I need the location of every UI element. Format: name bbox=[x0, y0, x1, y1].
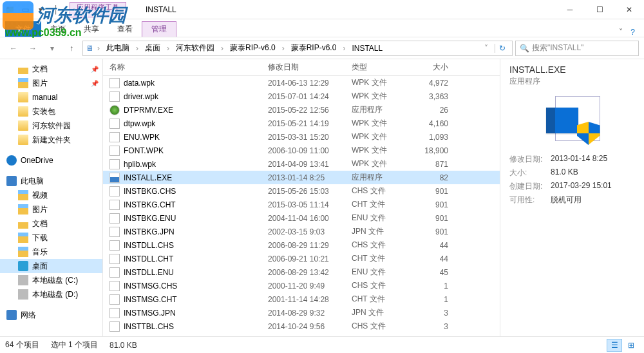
file-date: 2004-11-04 16:00 bbox=[268, 214, 352, 223]
up-button[interactable]: ↑ bbox=[63, 40, 80, 57]
chevron-right-icon[interactable]: › bbox=[220, 44, 225, 53]
tree-item[interactable]: manual bbox=[0, 90, 102, 104]
tree-item[interactable]: 文档 bbox=[0, 216, 102, 231]
column-size[interactable]: 大小 bbox=[415, 62, 455, 73]
navigation-tree: 文档📌图片📌manual安装包河东软件园新建文件夹OneDrive此电脑视频图片… bbox=[0, 59, 103, 336]
breadcrumb-folder[interactable]: 河东软件园 bbox=[173, 43, 217, 53]
file-icon bbox=[109, 159, 120, 169]
tree-item[interactable]: 安装包 bbox=[0, 104, 102, 119]
file-row[interactable]: INSTBKG.CHT2015-03-05 11:14CHT 文件901 bbox=[103, 198, 500, 211]
tree-item[interactable]: 文档📌 bbox=[0, 62, 102, 76]
onedrive-icon-icon bbox=[6, 155, 17, 166]
tree-item[interactable]: 图片 bbox=[0, 202, 102, 216]
file-row[interactable]: INSTDLL.CHT2006-09-21 10:21CHT 文件44 bbox=[103, 252, 500, 265]
file-row[interactable]: INSTALL.EXE2013-01-14 8:25应用程序82 bbox=[103, 171, 500, 184]
help-icon[interactable]: ? bbox=[630, 28, 635, 37]
tree-item[interactable]: 网络 bbox=[0, 308, 102, 322]
file-row[interactable]: ENU.WPK2015-03-31 15:20WPK 文件1,093 bbox=[103, 130, 500, 144]
divider-icon: │ bbox=[49, 3, 63, 17]
properties-icon[interactable]: ▭ bbox=[18, 3, 32, 17]
pin-icon: 📌 bbox=[91, 66, 99, 73]
chevron-right-icon[interactable]: › bbox=[281, 44, 286, 53]
file-name: INSTTBL.CHS bbox=[124, 322, 268, 331]
folder-icon[interactable]: 📁 bbox=[3, 3, 17, 17]
chevron-right-icon[interactable]: › bbox=[96, 44, 101, 53]
file-icon bbox=[109, 294, 120, 305]
file-row[interactable]: INSTMSG.JPN2014-08-29 9:32JPN 文件3 bbox=[103, 306, 500, 320]
file-icon bbox=[109, 186, 120, 196]
file-date: 2000-11-20 9:49 bbox=[268, 281, 352, 291]
breadcrumb-thispc[interactable]: 此电脑 bbox=[104, 43, 132, 53]
file-tab[interactable]: 文件 bbox=[5, 21, 41, 37]
file-row[interactable]: INSTBKG.ENU2004-11-04 16:00ENU 文件901 bbox=[103, 211, 500, 225]
file-icon bbox=[109, 267, 120, 278]
close-button[interactable]: ✕ bbox=[614, 0, 644, 19]
file-icon bbox=[109, 78, 120, 88]
recent-dropdown-icon[interactable]: ▾ bbox=[44, 40, 61, 57]
file-row[interactable]: FONT.WPK2006-10-09 11:00WPK 文件18,900 bbox=[103, 144, 500, 157]
details-view-button[interactable]: ☰ bbox=[607, 339, 622, 352]
breadcrumb-folder[interactable]: 蒙泰RIP-v6.0 bbox=[227, 43, 278, 53]
file-row[interactable]: INSTDLL.CHS2006-08-29 11:29CHS 文件44 bbox=[103, 238, 500, 252]
tab-home[interactable]: 主页 bbox=[41, 21, 75, 37]
address-bar[interactable]: 🖥 › 此电脑 › 桌面 › 河东软件园 › 蒙泰RIP-v6.0 › 蒙泰RI… bbox=[82, 41, 513, 56]
tree-item[interactable]: 本地磁盘 (D:) bbox=[0, 287, 102, 301]
file-row[interactable]: data.wpk2014-06-13 12:29WPK 文件4,972 bbox=[103, 76, 500, 90]
qat-dropdown-icon[interactable]: ▾ bbox=[33, 3, 48, 17]
tab-view[interactable]: 查看 bbox=[108, 21, 142, 37]
chevron-right-icon[interactable]: › bbox=[135, 44, 140, 53]
breadcrumb-folder[interactable]: 蒙泰RIP-v6.0 bbox=[289, 43, 339, 53]
back-button[interactable]: ← bbox=[5, 40, 22, 57]
tree-item[interactable]: 视频 bbox=[0, 188, 102, 202]
file-row[interactable]: dtpw.wpk2015-05-21 14:19WPK 文件4,160 bbox=[103, 117, 500, 130]
breadcrumb-current[interactable]: INSTALL bbox=[349, 44, 385, 53]
file-row[interactable]: hplib.wpk2014-04-09 13:41WPK 文件871 bbox=[103, 157, 500, 171]
tab-share[interactable]: 共享 bbox=[75, 21, 108, 37]
chevron-right-icon[interactable]: › bbox=[341, 44, 346, 53]
forward-button[interactable]: → bbox=[24, 40, 41, 57]
tree-item[interactable]: 图片📌 bbox=[0, 76, 102, 90]
search-placeholder: 搜索"INSTALL" bbox=[532, 43, 583, 53]
minimize-button[interactable]: ─ bbox=[555, 0, 585, 19]
file-size: 3,363 bbox=[415, 92, 455, 101]
tree-item[interactable]: 本地磁盘 (C:) bbox=[0, 273, 102, 287]
file-icon bbox=[109, 281, 120, 291]
desktop-icon-icon bbox=[18, 261, 28, 271]
column-date[interactable]: 修改日期 bbox=[268, 62, 352, 73]
chevron-right-icon[interactable]: › bbox=[166, 44, 171, 53]
file-date: 2015-07-01 14:24 bbox=[268, 92, 352, 101]
tree-item[interactable]: 桌面 bbox=[0, 259, 102, 273]
tree-item[interactable]: 此电脑 bbox=[0, 174, 102, 188]
search-input[interactable]: 🔍 搜索"INSTALL" bbox=[515, 41, 639, 56]
tree-item[interactable]: 河东软件园 bbox=[0, 119, 102, 133]
column-name[interactable]: 名称 bbox=[109, 62, 268, 73]
file-row[interactable]: INSTDLL.ENU2006-08-29 13:42ENU 文件45 bbox=[103, 265, 500, 279]
file-row[interactable]: INSTMSG.CHT2001-11-14 14:28CHT 文件1 bbox=[103, 292, 500, 306]
refresh-icon[interactable]: ↻ bbox=[495, 44, 509, 53]
file-row[interactable]: DTPRMV.EXE2015-05-22 12:56应用程序26 bbox=[103, 103, 500, 117]
file-row[interactable]: INSTBKG.JPN2002-03-15 9:03JPN 文件901 bbox=[103, 225, 500, 238]
pin-icon: 📌 bbox=[91, 80, 99, 87]
breadcrumb-desktop[interactable]: 桌面 bbox=[142, 43, 163, 53]
tree-item-label: manual bbox=[32, 93, 57, 102]
preview-property-row: 可用性:脱机可用 bbox=[509, 195, 635, 205]
address-dropdown-icon[interactable]: ˅ bbox=[480, 44, 492, 53]
file-row[interactable]: INSTBKG.CHS2015-05-26 15:03CHS 文件901 bbox=[103, 184, 500, 198]
icons-view-button[interactable]: ⊞ bbox=[623, 339, 639, 352]
file-date: 2002-03-15 9:03 bbox=[268, 227, 352, 236]
maximize-button[interactable]: ☐ bbox=[585, 0, 614, 19]
file-type: CHT 文件 bbox=[352, 199, 415, 210]
tree-item[interactable]: 音乐 bbox=[0, 245, 102, 259]
file-row[interactable]: INSTTBL.CHS2014-10-24 9:56CHS 文件3 bbox=[103, 320, 500, 333]
picture-folder-icon bbox=[18, 78, 28, 88]
tree-item[interactable]: OneDrive bbox=[0, 153, 102, 167]
tree-item[interactable]: 下载 bbox=[0, 231, 102, 245]
file-row[interactable]: INSTMSG.CHS2000-11-20 9:49CHS 文件1 bbox=[103, 279, 500, 292]
column-type[interactable]: 类型 bbox=[352, 62, 415, 73]
tree-item-label: 网络 bbox=[21, 310, 36, 321]
minimize-ribbon-icon[interactable]: ˅ bbox=[619, 28, 623, 37]
tree-item[interactable]: 新建文件夹 bbox=[0, 133, 102, 147]
file-row[interactable]: driver.wpk2015-07-01 14:24WPK 文件3,363 bbox=[103, 90, 500, 103]
tab-manage[interactable]: 管理 bbox=[142, 21, 176, 37]
file-type: WPK 文件 bbox=[352, 131, 415, 142]
